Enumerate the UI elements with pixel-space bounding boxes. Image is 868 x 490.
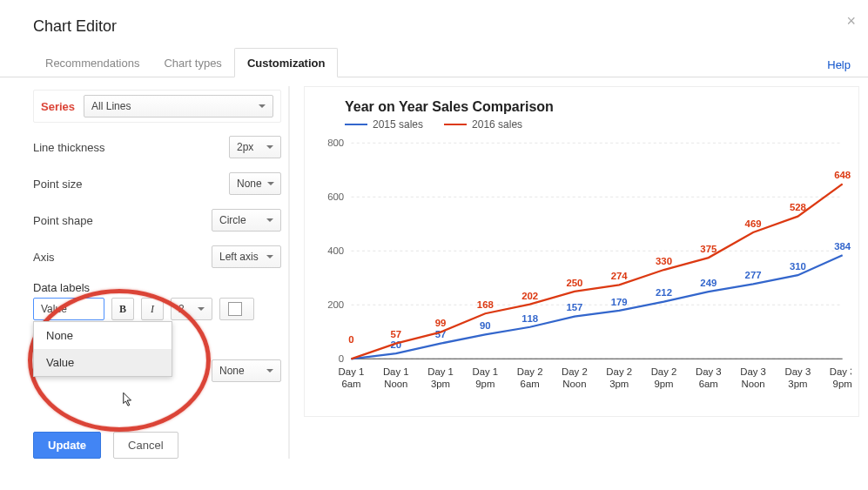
svg-text:6am: 6am [699, 379, 718, 389]
svg-text:Day 3: Day 3 [740, 366, 766, 377]
axis-label: Axis [33, 251, 55, 264]
svg-text:3pm: 3pm [788, 379, 807, 389]
chart-legend: 2015 sales 2016 sales [345, 118, 851, 131]
svg-text:Noon: Noon [562, 379, 586, 389]
legend-swatch-red [444, 124, 467, 125]
svg-text:57: 57 [390, 329, 401, 339]
svg-text:200: 200 [327, 299, 344, 310]
series-section-label: Series [41, 100, 75, 113]
svg-text:Day 3: Day 3 [830, 366, 851, 377]
svg-text:3pm: 3pm [609, 379, 629, 389]
svg-text:400: 400 [327, 245, 344, 256]
svg-text:90: 90 [480, 320, 491, 331]
point-size-label: Point size [33, 178, 82, 191]
chart-svg: 0200400600800205790118157179212249277310… [312, 134, 851, 404]
chevron-down-icon [266, 218, 273, 222]
svg-text:6am: 6am [341, 379, 360, 389]
line-thickness-select[interactable]: 2px [229, 136, 281, 158]
svg-text:274: 274 [611, 271, 629, 281]
color-swatch [228, 302, 242, 316]
data-labels-menu: None Value [33, 321, 172, 377]
svg-text:384: 384 [834, 241, 851, 252]
svg-text:168: 168 [477, 299, 494, 310]
legend-item-2015: 2015 sales [345, 118, 423, 131]
line-thickness-label: Line thickness [33, 141, 104, 154]
svg-text:330: 330 [656, 256, 672, 266]
point-shape-select[interactable]: Circle [212, 209, 281, 232]
customization-panel: Series All Lines Line thickness 2px Poin… [33, 86, 290, 459]
italic-button[interactable]: I [141, 298, 164, 320]
svg-text:Day 2: Day 2 [562, 366, 588, 377]
tab-chart-types[interactable]: Chart types [151, 49, 233, 77]
svg-text:Day 2: Day 2 [651, 366, 677, 377]
svg-text:9pm: 9pm [475, 379, 495, 389]
svg-text:202: 202 [521, 291, 538, 301]
update-button[interactable]: Update [33, 432, 101, 459]
axis-value: Left axis [219, 251, 259, 263]
svg-text:277: 277 [745, 270, 762, 280]
svg-text:Day 2: Day 2 [606, 366, 632, 377]
font-size-select[interactable]: 2 [171, 298, 212, 320]
chart-preview: Year on Year Sales Comparison 2015 sales… [304, 86, 859, 417]
svg-text:6am: 6am [521, 379, 540, 389]
font-size-value: 2 [178, 303, 185, 315]
svg-text:600: 600 [327, 191, 344, 202]
tab-bar: Recommendations Chart types Customizatio… [0, 48, 868, 77]
chevron-down-icon [266, 369, 273, 373]
svg-text:212: 212 [656, 287, 672, 298]
chevron-down-icon [198, 307, 205, 311]
tab-recommendations[interactable]: Recommendations [33, 49, 151, 77]
svg-text:250: 250 [566, 278, 582, 288]
extra-select-value: None [219, 365, 245, 377]
chart-title: Year on Year Sales Comparison [345, 99, 851, 115]
svg-text:99: 99 [435, 318, 447, 328]
svg-text:800: 800 [327, 138, 344, 148]
svg-text:Day 3: Day 3 [785, 366, 811, 377]
help-link[interactable]: Help [827, 58, 851, 71]
line-thickness-value: 2px [237, 141, 253, 153]
chevron-down-icon [266, 255, 273, 258]
svg-text:648: 648 [834, 170, 851, 180]
data-labels-option-none[interactable]: None [34, 322, 172, 349]
point-size-value: None [237, 178, 262, 190]
data-labels-option-value[interactable]: Value [34, 349, 172, 376]
chevron-down-icon [259, 104, 266, 108]
svg-text:0: 0 [348, 334, 353, 345]
svg-text:118: 118 [521, 313, 538, 324]
label-color-select[interactable] [219, 298, 254, 320]
svg-text:Day 1: Day 1 [383, 366, 409, 377]
tab-customization[interactable]: Customization [234, 48, 339, 77]
svg-text:Noon: Noon [742, 379, 765, 389]
data-labels-select[interactable]: Value None Value [33, 298, 104, 320]
svg-text:Day 1: Day 1 [339, 366, 365, 377]
svg-text:9pm: 9pm [654, 379, 673, 389]
svg-text:Day 2: Day 2 [517, 366, 543, 377]
legend-item-2016: 2016 sales [444, 118, 522, 131]
svg-text:Noon: Noon [384, 379, 407, 389]
svg-text:0: 0 [339, 353, 344, 364]
point-shape-value: Circle [219, 214, 246, 226]
series-selector[interactable]: All Lines [84, 95, 273, 117]
svg-text:Day 1: Day 1 [472, 366, 498, 377]
data-labels-label: Data labels [33, 281, 90, 294]
axis-select[interactable]: Left axis [212, 245, 281, 268]
svg-text:249: 249 [700, 278, 717, 288]
bold-button[interactable]: B [111, 298, 134, 320]
extra-select[interactable]: None [212, 359, 281, 382]
svg-text:157: 157 [566, 302, 582, 312]
svg-text:469: 469 [745, 218, 762, 229]
series-selector-value: All Lines [91, 100, 131, 112]
legend-text-2015: 2015 sales [373, 118, 423, 131]
svg-text:Day 3: Day 3 [696, 366, 722, 377]
legend-swatch-blue [345, 124, 367, 125]
svg-text:528: 528 [790, 202, 806, 212]
page-title: Chart Editor [0, 0, 868, 48]
cancel-button[interactable]: Cancel [113, 432, 178, 459]
svg-text:Day 1: Day 1 [427, 366, 454, 377]
close-icon[interactable]: × [846, 12, 856, 30]
point-size-select[interactable]: None [229, 172, 281, 195]
svg-text:179: 179 [611, 297, 628, 307]
svg-text:9pm: 9pm [833, 379, 851, 389]
svg-text:310: 310 [790, 261, 806, 272]
chevron-down-icon [267, 182, 274, 185]
